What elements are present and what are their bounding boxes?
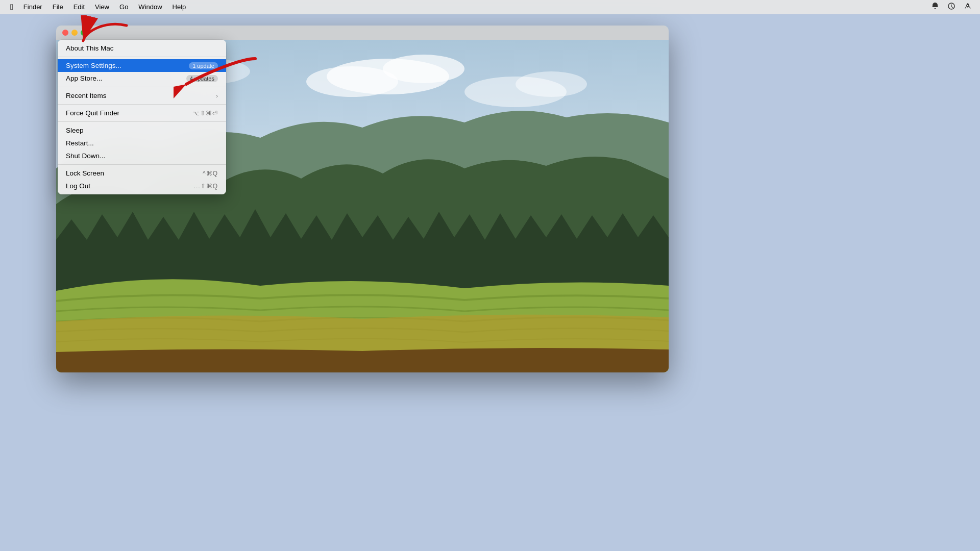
apple-menu-dropdown: About This Mac System Settings... 1 upda… xyxy=(58,40,226,194)
menu-divider-1 xyxy=(58,57,226,57)
menu-item-log-out-label: Log Out xyxy=(66,182,194,190)
svg-point-2 xyxy=(967,5,968,6)
menu-item-sleep-label: Sleep xyxy=(66,127,218,134)
menubar-help[interactable]: Help xyxy=(168,2,190,12)
menu-item-lock-screen-label: Lock Screen xyxy=(66,169,203,177)
rocket-icon[interactable] xyxy=(962,1,974,13)
menu-divider-5 xyxy=(58,164,226,165)
menu-bar-left:  Finder File Edit View Go Window Help xyxy=(6,2,190,13)
log-out-shortcut: ... xyxy=(194,183,201,190)
menu-item-restart[interactable]: Restart... xyxy=(58,137,226,149)
menubar-finder[interactable]: Finder xyxy=(19,2,46,12)
menu-item-about[interactable]: About This Mac xyxy=(58,42,226,55)
system-settings-badge: 1 update xyxy=(189,62,218,69)
menu-item-system-settings[interactable]: System Settings... 1 update xyxy=(58,59,226,72)
svg-rect-0 xyxy=(935,8,936,9)
menu-divider-4 xyxy=(58,121,226,122)
force-quit-shortcut: ⌥⇧⌘⏎ xyxy=(192,110,218,117)
window-controls xyxy=(62,30,87,36)
menu-item-app-store-label: App Store... xyxy=(66,74,186,82)
menu-item-restart-label: Restart... xyxy=(66,139,218,147)
menu-bar:  Finder File Edit View Go Window Help xyxy=(0,0,980,14)
menu-divider-2 xyxy=(58,87,226,87)
menu-item-lock-screen[interactable]: Lock Screen ^⌘Q xyxy=(58,167,226,180)
screentime-icon[interactable] xyxy=(945,1,958,13)
menu-item-shutdown-label: Shut Down... xyxy=(66,152,218,160)
menu-item-recent-items-label: Recent Items xyxy=(66,92,216,99)
menu-divider-3 xyxy=(58,104,226,105)
menubar-file[interactable]: File xyxy=(48,2,67,12)
app-store-badge: 4 updates xyxy=(186,75,218,82)
menubar-view[interactable]: View xyxy=(91,2,113,12)
menu-item-app-store[interactable]: App Store... 4 updates xyxy=(58,72,226,85)
menubar-edit[interactable]: Edit xyxy=(69,2,89,12)
window-titlebar xyxy=(56,26,669,40)
recent-items-arrow-icon: › xyxy=(216,93,218,99)
lock-screen-shortcut: ^⌘Q xyxy=(203,170,218,177)
menu-item-sleep[interactable]: Sleep xyxy=(58,124,226,137)
menu-item-log-out[interactable]: Log Out ... ⇧⌘Q xyxy=(58,180,226,192)
menu-item-recent-items[interactable]: Recent Items › xyxy=(58,89,226,102)
svg-point-8 xyxy=(516,71,587,97)
menu-bar-right xyxy=(929,1,974,13)
menu-item-shutdown[interactable]: Shut Down... xyxy=(58,149,226,162)
close-button[interactable] xyxy=(62,30,68,36)
apple-menu-button[interactable]:  xyxy=(6,2,17,13)
minimize-button[interactable] xyxy=(71,30,78,36)
menu-item-about-label: About This Mac xyxy=(66,44,218,52)
notification-icon[interactable] xyxy=(929,1,941,13)
menu-item-force-quit[interactable]: Force Quit Finder ⌥⇧⌘⏎ xyxy=(58,107,226,119)
menubar-window[interactable]: Window xyxy=(134,2,166,12)
maximize-button[interactable] xyxy=(81,30,87,36)
svg-point-6 xyxy=(306,66,398,97)
menu-item-force-quit-label: Force Quit Finder xyxy=(66,109,192,117)
log-out-keyboard-shortcut: ⇧⌘Q xyxy=(201,183,218,190)
menu-item-system-settings-label: System Settings... xyxy=(66,62,189,69)
menubar-go[interactable]: Go xyxy=(115,2,132,12)
